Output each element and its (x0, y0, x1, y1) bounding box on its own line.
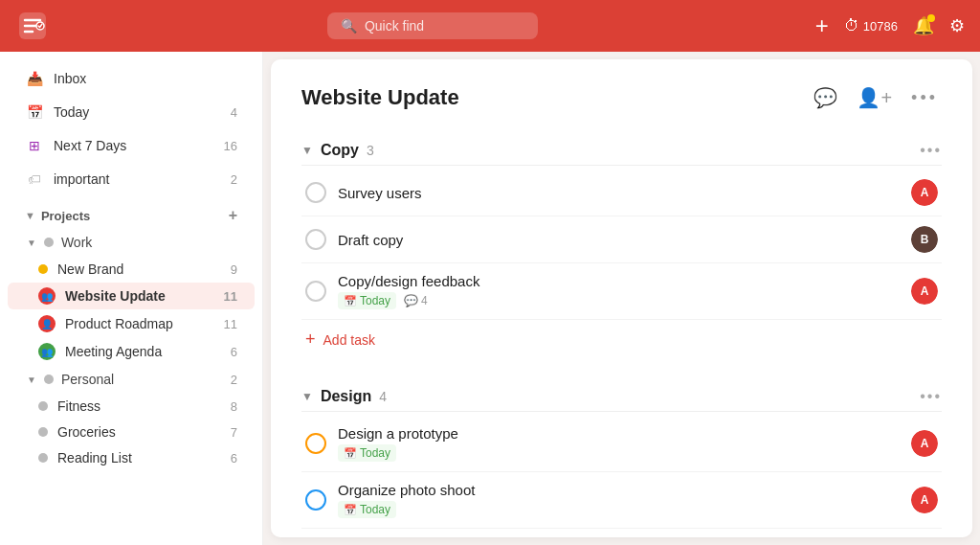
survey-users-content: Survey users (338, 185, 900, 201)
task-survey-users[interactable]: Survey users A (301, 170, 942, 216)
design-section-header: ▼ Design 4 ••• (301, 382, 942, 412)
sidebar-item-today[interactable]: 📅 Today 4 (8, 96, 255, 128)
comment-icon: 💬 (404, 294, 418, 307)
design-section: ▼ Design 4 ••• Design a prototype 📅 Toda… (301, 382, 942, 537)
timer-count: 10786 (863, 19, 898, 34)
timer-badge[interactable]: ⏱ 10786 (844, 17, 898, 34)
task-draft-copy[interactable]: Draft copy B (301, 216, 942, 263)
design-prototype-avatar: A (911, 430, 938, 457)
sidebar-item-product-roadmap[interactable]: 👤 Product Roadmap 11 (8, 310, 255, 337)
meeting-agenda-icon: 👥 (38, 343, 56, 360)
survey-users-avatar-circle: A (911, 179, 938, 206)
header-actions: 💬 👤+ ••• (810, 82, 942, 113)
personal-collapse-arrow: ▼ (27, 375, 36, 385)
draft-copy-checkbox[interactable] (305, 229, 326, 250)
task-organize-photo-shoot[interactable]: Organize photo shoot 📅 Today A (301, 472, 942, 529)
organize-photo-shoot-checkbox[interactable] (305, 489, 326, 511)
personal-group-dot (44, 375, 54, 384)
add-member-action-btn[interactable]: 👤+ (853, 82, 896, 113)
today-icon: 📅 (25, 102, 44, 122)
survey-users-name: Survey users (338, 185, 900, 201)
today-count: 4 (231, 105, 237, 120)
important-icon: 🏷 (25, 170, 44, 189)
organize-photo-shoot-name: Organize photo shoot (338, 482, 900, 498)
add-button[interactable]: + (815, 14, 829, 37)
organize-photo-shoot-today-tag: 📅 Today (338, 501, 396, 518)
draft-copy-avatar: B (911, 226, 938, 253)
copy-section: ▼ Copy 3 ••• Survey users A Draft copy (301, 136, 942, 359)
survey-users-checkbox[interactable] (305, 182, 326, 203)
settings-icon[interactable]: ⚙ (949, 15, 965, 36)
fitness-dot (38, 401, 48, 411)
personal-group-header[interactable]: ▼ Personal 2 (8, 367, 255, 392)
task-create-animations[interactable]: Create animations A (301, 529, 942, 537)
sidebar-item-new-brand[interactable]: New Brand 9 (8, 257, 255, 282)
content-area: Website Update 💬 👤+ ••• ▼ Copy 3 ••• Sur… (271, 59, 972, 537)
design-prototype-today-label: Today (360, 446, 390, 460)
new-brand-dot (38, 264, 48, 274)
nav-actions: + ⏱ 10786 🔔 ⚙ (815, 14, 965, 37)
design-section-more[interactable]: ••• (920, 388, 942, 405)
app-logo[interactable] (15, 9, 50, 43)
work-group-header[interactable]: ▼ Work (8, 230, 255, 255)
task-copy-design-feedback[interactable]: Copy/design feedback 📅 Today 💬 4 A (301, 263, 942, 320)
copy-collapse-icon[interactable]: ▼ (301, 144, 313, 157)
copy-section-more[interactable]: ••• (920, 142, 942, 159)
copy-add-task-plus: + (305, 329, 316, 350)
copy-add-task-label: Add task (323, 332, 375, 348)
projects-collapse-icon[interactable]: ▼ (25, 210, 35, 221)
fitness-count: 8 (231, 399, 237, 414)
top-nav: 🔍 Quick find + ⏱ 10786 🔔 ⚙ (0, 0, 980, 52)
sidebar-item-website-update[interactable]: 👥 Website Update 11 (8, 283, 255, 309)
important-count: 2 (231, 172, 237, 187)
timer-icon: ⏱ (844, 17, 859, 34)
sidebar: 📥 Inbox 📅 Today 4 ⊞ Next 7 Days 16 🏷 imp… (0, 52, 263, 545)
sidebar-item-inbox[interactable]: 📥 Inbox (8, 62, 255, 95)
fitness-label: Fitness (57, 398, 221, 414)
sidebar-item-fitness[interactable]: Fitness 8 (8, 394, 255, 419)
sidebar-item-reading-list[interactable]: Reading List 6 (8, 445, 255, 470)
organize-photo-shoot-today-icon: 📅 (344, 504, 357, 516)
projects-section-header: ▼ Projects + (8, 199, 255, 228)
reading-list-count: 6 (231, 451, 237, 466)
copy-section-header: ▼ Copy 3 ••• (301, 136, 942, 166)
new-brand-label: New Brand (57, 261, 221, 277)
bell-dot (927, 14, 935, 22)
inbox-icon: 📥 (25, 69, 44, 88)
work-collapse-arrow: ▼ (27, 238, 36, 248)
work-group-label: Work (61, 235, 237, 250)
website-update-label: Website Update (65, 288, 214, 304)
organize-photo-shoot-content: Organize photo shoot 📅 Today (338, 482, 900, 518)
today-tag-icon: 📅 (344, 295, 357, 307)
meeting-agenda-count: 6 (231, 345, 237, 359)
content-header: Website Update 💬 👤+ ••• (301, 82, 942, 113)
design-prototype-checkbox[interactable] (305, 433, 326, 454)
add-project-icon[interactable]: + (229, 207, 237, 224)
task-design-prototype[interactable]: Design a prototype 📅 Today A (301, 416, 942, 472)
groceries-dot (38, 427, 48, 437)
product-roadmap-label: Product Roadmap (65, 316, 214, 331)
copy-design-feedback-avatar-circle: A (911, 278, 938, 305)
design-collapse-icon[interactable]: ▼ (301, 390, 313, 403)
design-prototype-content: Design a prototype 📅 Today (338, 425, 900, 462)
draft-copy-name: Draft copy (338, 232, 900, 248)
sidebar-item-next7[interactable]: ⊞ Next 7 Days 16 (8, 129, 255, 162)
main-layout: 📥 Inbox 📅 Today 4 ⊞ Next 7 Days 16 🏷 imp… (0, 52, 980, 545)
copy-design-feedback-checkbox[interactable] (305, 281, 326, 302)
inbox-label: Inbox (54, 71, 237, 86)
design-prototype-name: Design a prototype (338, 425, 900, 442)
search-icon: 🔍 (341, 18, 357, 34)
copy-add-task[interactable]: + Add task (301, 320, 942, 359)
comment-action-btn[interactable]: 💬 (810, 82, 841, 113)
copy-task-count: 3 (367, 143, 374, 158)
organize-photo-shoot-avatar-circle: A (911, 487, 938, 513)
more-action-btn[interactable]: ••• (907, 84, 942, 112)
copy-design-feedback-name: Copy/design feedback (338, 273, 900, 289)
design-prototype-today-icon: 📅 (344, 447, 357, 460)
sidebar-item-important[interactable]: 🏷 important 2 (8, 163, 255, 195)
copy-section-name: Copy (321, 142, 359, 159)
sidebar-item-groceries[interactable]: Groceries 7 (8, 420, 255, 444)
search-input-wrapper[interactable]: 🔍 Quick find (327, 12, 538, 39)
new-brand-count: 9 (231, 262, 237, 277)
sidebar-item-meeting-agenda[interactable]: 👥 Meeting Agenda 6 (8, 338, 255, 365)
